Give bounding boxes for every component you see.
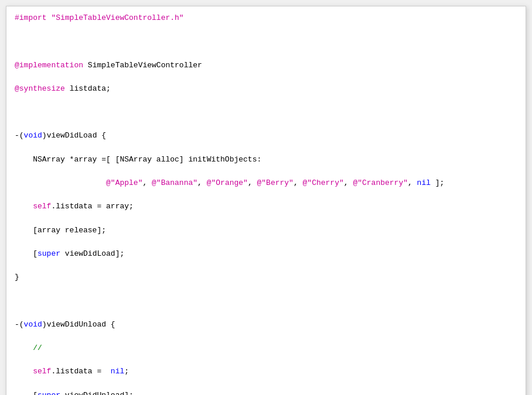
code-line: [super viewDidUnload]; xyxy=(15,390,517,396)
code-line: [array release]; xyxy=(15,225,517,236)
code-line: -(void)viewDidUnload { xyxy=(15,319,517,331)
code-line xyxy=(15,36,517,47)
code-line: } xyxy=(15,272,517,283)
code-line: self.listdata = array; xyxy=(15,201,517,212)
code-line: #import "SimpleTableViewController.h" xyxy=(15,12,517,24)
code-line: NSArray *array =[ [NSArray alloc] initWi… xyxy=(15,154,517,166)
code-window: #import "SimpleTableViewController.h" @i… xyxy=(6,6,526,395)
code-line: -(void)viewDidLoad { xyxy=(15,130,517,142)
code-line xyxy=(15,295,517,307)
code-line: @"Apple", @"Bananna", @"Orange", @"Berry… xyxy=(15,177,517,189)
code-line: self.listdata = nil; xyxy=(15,366,517,377)
code-line: @synthesize listdata; xyxy=(15,83,517,95)
code-line xyxy=(15,107,517,118)
code-line: [super viewDidLoad]; xyxy=(15,248,517,260)
code-editor[interactable]: #import "SimpleTableViewController.h" @i… xyxy=(6,6,526,395)
code-line: @implementation SimpleTableViewControlle… xyxy=(15,60,517,71)
code-line: // xyxy=(15,342,517,354)
